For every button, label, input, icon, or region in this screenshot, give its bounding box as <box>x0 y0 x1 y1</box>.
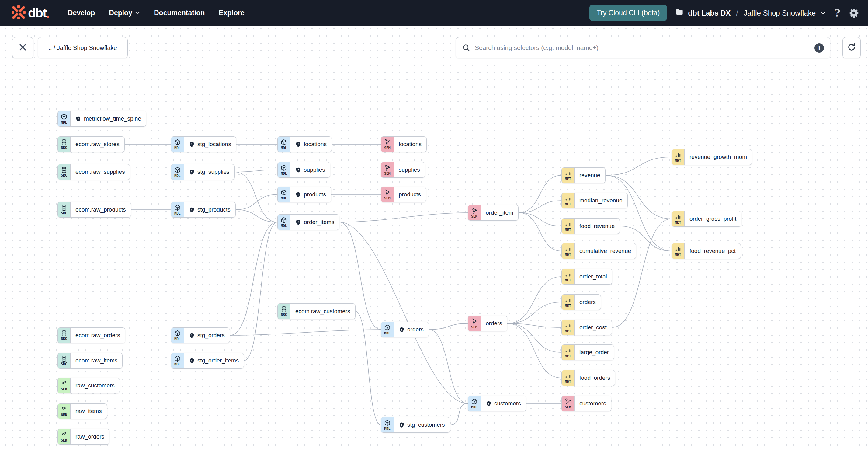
node-label: stg_orders <box>184 328 229 343</box>
node-label: median_revenue <box>575 193 627 208</box>
node-label: supplies <box>394 162 425 177</box>
semantic-graph-icon: SEM <box>381 162 394 177</box>
dbt-logo[interactable]: dbt <box>11 5 49 21</box>
graph-node-locations[interactable]: MDLlocations <box>277 136 332 152</box>
graph-node-stg_order_items[interactable]: MDLstg_order_items <box>171 353 244 368</box>
node-label: revenue <box>575 168 605 183</box>
account-name[interactable]: dbt Labs DX <box>688 9 731 17</box>
graph-node-orders_met[interactable]: METorders <box>561 294 601 310</box>
shield-icon <box>295 219 301 225</box>
graph-node-food_orders[interactable]: METfood_orders <box>561 370 615 386</box>
graph-node-food_revenue[interactable]: METfood_revenue <box>561 218 620 234</box>
info-icon[interactable]: i <box>814 43 824 53</box>
shield-icon <box>189 333 195 338</box>
graph-node-stg_customers[interactable]: MDLstg_customers <box>381 417 450 433</box>
graph-node-order_cost[interactable]: METorder_cost <box>561 320 612 335</box>
shield-icon <box>295 192 301 198</box>
graph-node-sem_locations[interactable]: SEMlocations <box>381 136 427 152</box>
graph-node-metricflow_time_spine[interactable]: MDLmetricflow_time_spine <box>58 111 146 127</box>
edge-stg_supplies-to-supplies <box>235 170 277 172</box>
graph-node-revenue[interactable]: METrevenue <box>561 168 606 183</box>
chevron-down-icon[interactable] <box>820 11 826 14</box>
project-name[interactable]: Jaffle Shop Snowflake <box>744 9 816 17</box>
graph-node-seed_raw_items[interactable]: SEDraw_items <box>58 403 107 419</box>
help-icon[interactable]: ? <box>834 7 840 19</box>
shield-icon <box>295 167 301 173</box>
graph-node-stg_orders[interactable]: MDLstg_orders <box>171 327 230 343</box>
edge-stg_customers-to-customers_mdl <box>450 403 468 425</box>
graph-node-seed_raw_customers[interactable]: SEDraw_customers <box>58 378 120 393</box>
graph-node-customers_mdl[interactable]: MDLcustomers <box>468 396 526 412</box>
graph-node-food_revenue_pct[interactable]: METfood_revenue_pct <box>672 243 741 259</box>
nav-link-explore[interactable]: Explore <box>219 9 244 17</box>
breadcrumb-separator: / <box>736 9 738 17</box>
account-breadcrumb[interactable]: dbt Labs DX / Jaffle Shop Snowflake <box>676 8 826 18</box>
node-label: food_revenue_pct <box>685 243 741 259</box>
database-icon: SRC <box>278 304 290 319</box>
shield-icon <box>399 422 404 428</box>
gear-icon[interactable] <box>849 8 859 18</box>
node-label: large_order <box>575 345 614 360</box>
graph-node-stg_products[interactable]: MDLstg_products <box>171 202 236 218</box>
try-cloud-cli-button[interactable]: Try Cloud CLI (beta) <box>589 5 667 21</box>
database-icon: SRC <box>58 164 70 180</box>
graph-node-order_items[interactable]: MDLorder_items <box>277 214 339 230</box>
edge-stg_products-to-order_items <box>236 210 277 222</box>
cube-icon: MDL <box>278 187 290 202</box>
edge-stg_orders-to-orders_mdl <box>230 330 381 335</box>
graph-node-cumulative_revenue[interactable]: METcumulative_revenue <box>561 243 636 259</box>
refresh-icon <box>847 42 856 53</box>
graph-node-raw_items_src[interactable]: SRCecom.raw_items <box>58 353 123 368</box>
graph-node-order_gross_profit[interactable]: METorder_gross_profit <box>672 211 742 227</box>
graph-node-stg_supplies[interactable]: MDLstg_supplies <box>171 164 235 180</box>
graph-node-sem_supplies[interactable]: SEMsupplies <box>381 162 425 178</box>
cube-icon: MDL <box>58 111 70 126</box>
graph-node-supplies[interactable]: MDLsupplies <box>277 162 330 178</box>
graph-node-raw_stores[interactable]: SRCecom.raw_stores <box>58 136 125 152</box>
graph-node-sem_order_item[interactable]: SEMorder_item <box>468 205 519 221</box>
edge-sem_order_item-to-revenue <box>519 175 561 213</box>
graph-node-sem_products[interactable]: SEMproducts <box>381 186 426 202</box>
node-label: ecom.raw_stores <box>70 137 124 152</box>
search-icon <box>462 43 470 52</box>
bar-chart-icon: MET <box>562 168 575 183</box>
graph-node-products[interactable]: MDLproducts <box>277 186 331 202</box>
graph-node-raw_customers_src[interactable]: SRCecom.raw_customers <box>277 303 355 319</box>
graph-node-median_revenue[interactable]: METmedian_revenue <box>561 192 628 208</box>
graph-node-stg_locations[interactable]: MDLstg_locations <box>171 136 236 152</box>
lineage-canvas[interactable]: MDLmetricflow_time_spineSRCecom.raw_stor… <box>0 0 868 451</box>
edge-stg_orders-to-order_items <box>230 222 277 335</box>
cube-icon: MDL <box>278 162 290 177</box>
node-label: customers <box>575 396 611 411</box>
graph-node-large_order[interactable]: METlarge_order <box>561 344 614 360</box>
nav-link-documentation[interactable]: Documentation <box>154 9 205 17</box>
edge-orders_mdl-to-customers_mdl <box>429 330 468 403</box>
selector-search-input[interactable] <box>475 44 810 52</box>
close-lineage-button[interactable] <box>12 37 33 58</box>
node-label: metricflow_time_spine <box>70 111 146 126</box>
nav-links: DevelopDeployDocumentationExplore <box>68 9 245 17</box>
node-label: stg_products <box>184 202 236 217</box>
dbt-wordmark: dbt <box>28 6 46 20</box>
bar-chart-icon: MET <box>672 243 685 259</box>
graph-node-orders_mdl[interactable]: MDLorders <box>381 322 429 337</box>
graph-node-raw_orders_src[interactable]: SRCecom.raw_orders <box>58 327 125 343</box>
nav-link-deploy[interactable]: Deploy <box>109 9 140 17</box>
graph-node-revenue_growth_mom[interactable]: METrevenue_growth_mom <box>672 149 752 165</box>
graph-node-sem_customers[interactable]: SEMcustomers <box>561 396 611 412</box>
semantic-graph-icon: SEM <box>381 137 394 152</box>
navbar-right: Try Cloud CLI (beta) dbt Labs DX / Jaffl… <box>589 0 859 26</box>
graph-node-raw_products[interactable]: SRCecom.raw_products <box>58 202 131 218</box>
node-label: ecom.raw_customers <box>290 304 355 319</box>
graph-node-order_total[interactable]: METorder_total <box>561 269 612 284</box>
graph-node-seed_raw_orders[interactable]: SEDraw_orders <box>58 429 110 445</box>
edge-stg_supplies-to-order_items <box>235 172 277 222</box>
edge-revenue-to-revenue_growth_mom <box>606 157 672 175</box>
cube-icon: MDL <box>381 322 394 337</box>
lineage-breadcrumb[interactable]: .. / Jaffle Shop Snowflake <box>38 37 128 58</box>
refresh-lineage-button[interactable] <box>842 37 861 58</box>
graph-node-sem_orders[interactable]: SEMorders <box>468 315 507 331</box>
graph-node-raw_supplies[interactable]: SRCecom.raw_supplies <box>58 164 130 180</box>
nav-link-develop[interactable]: Develop <box>68 9 95 17</box>
node-label: supplies <box>290 162 330 177</box>
